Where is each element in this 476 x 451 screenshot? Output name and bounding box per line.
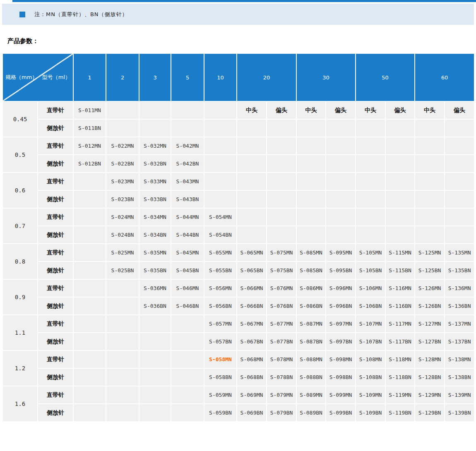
empty-cell [73,279,106,297]
empty-cell [73,244,106,261]
empty-cell [171,368,204,386]
empty-cell [139,404,171,422]
table-row: 侧放针S-011BN [2,119,474,137]
model-code-cell: S-012BN [73,155,106,173]
table-row: 0.9直带针S-036MNS-046MNS-056MNS-066MNS-076M… [2,279,474,297]
model-code-cell: S-025MN [106,244,139,261]
model-code-cell-highlighted[interactable]: S-058MN [204,350,237,368]
empty-cell [296,208,326,226]
empty-cell [73,208,106,226]
empty-cell [106,119,139,137]
needle-type-cell: 直带针 [38,279,73,297]
empty-cell [267,119,296,137]
empty-cell [356,119,385,137]
model-code-cell: S-067BN [237,333,267,350]
model-code-cell: S-011BN [73,119,106,137]
model-code-cell: S-126BN [415,297,445,315]
model-code-cell: S-043MN [171,173,204,190]
top-accent-bar [12,0,476,2]
empty-cell [415,155,445,173]
model-code-cell: S-059MN [204,386,237,404]
empty-cell [204,173,237,190]
model-code-cell: S-035MN [139,244,171,261]
column-header-60ml: 60 [415,53,474,101]
empty-cell [204,190,237,208]
model-code-cell: S-034BN [139,226,171,244]
empty-cell [237,173,267,190]
empty-cell [326,155,356,173]
model-code-cell: S-087MN [296,315,326,333]
model-code-cell: S-109BN [356,404,385,422]
empty-cell [267,190,296,208]
model-code-cell: S-065MN [237,244,267,261]
empty-cell [73,386,106,404]
column-header-5ml: 5 [171,53,204,101]
model-code-cell: S-011MN [73,101,106,119]
spec-cell: 0.8 [2,244,38,279]
empty-cell [267,137,296,155]
model-code-cell: S-088BN [296,368,326,386]
model-code-cell: S-126MN [415,279,445,297]
model-code-cell: S-125MN [415,244,445,261]
model-code-cell: S-096BN [326,297,356,315]
empty-cell [296,190,326,208]
empty-cell [385,119,415,137]
needle-type-cell: 侧放针 [38,226,73,244]
needle-type-cell: 侧放针 [38,368,73,386]
table-row: 0.8直带针S-025MNS-035MNS-045MNS-055MNS-065M… [2,244,474,261]
empty-cell [326,137,356,155]
empty-cell [415,226,445,244]
table-row: 侧放针S-023BNS-033BNS-043BN [2,190,474,208]
table-row: 0.5直带针S-012MNS-022MNS-032MNS-042MN [2,137,474,155]
needle-type-cell: 侧放针 [38,261,73,279]
subheader-cell: 中头 [296,101,326,119]
empty-cell [73,315,106,333]
model-code-cell: S-032MN [139,137,171,155]
empty-cell [237,155,267,173]
model-code-cell: S-076MN [267,279,296,297]
empty-cell [139,368,171,386]
empty-cell [73,368,106,386]
needle-type-cell: 直带针 [38,101,73,119]
empty-cell [204,137,237,155]
empty-cell [296,226,326,244]
note-band: 注：MN（直带针）、BN（侧放针） [2,4,474,25]
model-code-cell: S-089MN [296,386,326,404]
empty-cell [204,119,237,137]
empty-cell [73,350,106,368]
empty-cell [237,226,267,244]
table-header: 规格（mm） 型号（ml） 1 2 3 5 10 20 30 50 60 [2,53,474,101]
empty-cell [326,226,356,244]
empty-cell [73,226,106,244]
model-code-cell: S-117BN [385,333,415,350]
model-code-cell: S-107BN [356,333,385,350]
model-code-cell: S-055BN [204,261,237,279]
header-row: 规格（mm） 型号（ml） 1 2 3 5 10 20 30 50 60 [2,53,474,101]
empty-cell [326,208,356,226]
model-code-cell: S-137BN [445,333,474,350]
empty-cell [73,333,106,350]
empty-cell [385,137,415,155]
empty-cell [237,137,267,155]
model-code-cell: S-042MN [171,137,204,155]
model-code-cell: S-105BN [356,261,385,279]
model-code-cell: S-137MN [445,315,474,333]
model-code-cell: S-115BN [385,261,415,279]
empty-cell [106,404,139,422]
model-code-cell: S-036BN [139,297,171,315]
empty-cell [356,173,385,190]
model-code-cell: S-138BN [445,368,474,386]
model-code-cell: S-024BN [106,226,139,244]
model-code-cell: S-128MN [415,350,445,368]
model-code-cell: S-098MN [326,350,356,368]
spec-cell: 1.1 [2,315,38,350]
model-code-cell: S-138MN [445,350,474,368]
model-code-cell: S-076BN [267,297,296,315]
table-row: 侧放针S-058BNS-068BNS-078BNS-088BNS-098BNS-… [2,368,474,386]
model-code-cell: S-023BN [106,190,139,208]
model-code-cell: S-107MN [356,315,385,333]
model-code-cell: S-056MN [204,279,237,297]
model-code-cell: S-077BN [267,333,296,350]
model-code-cell: S-079BN [267,404,296,422]
empty-cell [415,208,445,226]
